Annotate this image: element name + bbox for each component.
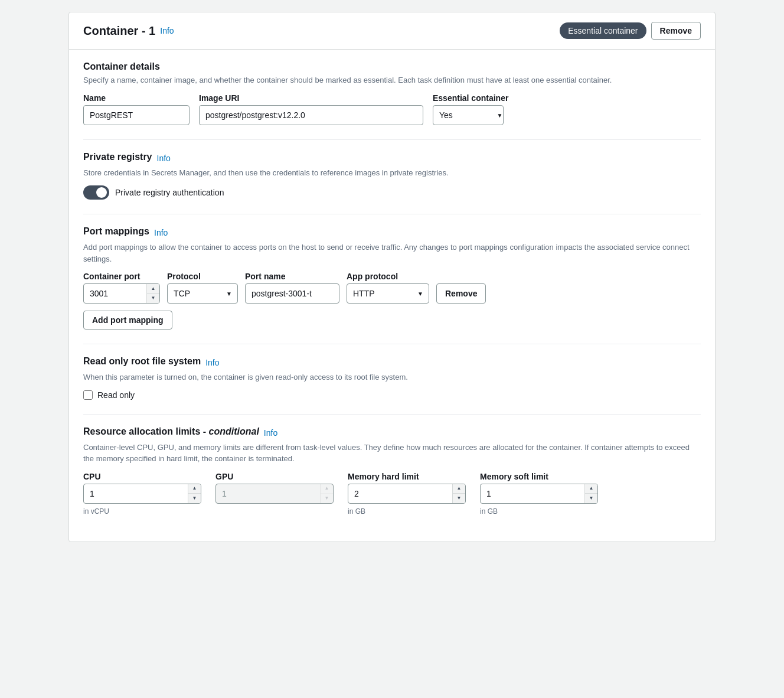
container-details-desc: Specify a name, container image, and whe… — [83, 74, 701, 86]
private-registry-section: Private registry Info Store credentials … — [83, 152, 701, 200]
image-uri-field: Image URI — [199, 93, 423, 125]
resource-allocation-title-row: Resource allocation limits - conditional… — [83, 426, 701, 439]
cpu-field: CPU ▲ ▼ in vCPU — [83, 472, 201, 516]
header-right: Essential container Remove — [560, 22, 701, 40]
gpu-input — [215, 484, 334, 504]
add-port-mapping-button[interactable]: Add port mapping — [83, 311, 172, 330]
name-input[interactable] — [83, 105, 190, 125]
divider-3 — [83, 344, 701, 344]
memory-soft-spinner-btns: ▲ ▼ — [584, 484, 597, 503]
cpu-spinner-btns: ▲ ▼ — [188, 484, 201, 503]
container-details-title: Container details — [83, 61, 701, 72]
protocol-field: Protocol TCP UDP ▼ — [167, 272, 238, 304]
protocol-label: Protocol — [167, 272, 238, 281]
port-mappings-desc: Add port mappings to allow the container… — [83, 242, 701, 265]
private-registry-toggle-row: Private registry authentication — [83, 185, 701, 200]
essential-container-field: Essential container Yes No ▼ — [433, 93, 508, 125]
private-registry-title-row: Private registry Info — [83, 152, 701, 165]
remove-button[interactable]: Remove — [651, 22, 701, 40]
read-only-section: Read only root file system Info When thi… — [83, 356, 701, 400]
protocol-select-wrapper: TCP UDP ▼ — [167, 283, 238, 304]
cpu-down-btn[interactable]: ▼ — [188, 494, 201, 503]
read-only-title: Read only root file system — [83, 356, 201, 367]
essential-select[interactable]: Yes No — [433, 105, 504, 125]
container-port-spinner-btns: ▲ ▼ — [146, 284, 159, 303]
essential-container-badge: Essential container — [560, 22, 646, 39]
container-details-form-row: Name Image URI Essential container Yes N… — [83, 93, 701, 125]
container-port-spinner: ▲ ▼ — [83, 283, 160, 304]
divider-2 — [83, 214, 701, 214]
divider-1 — [83, 139, 701, 140]
port-name-label: Port name — [245, 272, 339, 281]
app-protocol-select-wrapper: HTTP HTTP2 GRPC ▼ — [347, 283, 429, 304]
memory-hard-field: Memory hard limit ▲ ▼ in GB — [348, 472, 466, 516]
container-details-section: Container details Specify a name, contai… — [83, 61, 701, 125]
essential-select-wrapper: Yes No ▼ — [433, 105, 508, 125]
resource-title-italic: conditional — [209, 426, 259, 436]
memory-hard-unit-label: in GB — [348, 507, 466, 516]
container-title: Container - 1 — [83, 24, 155, 38]
read-only-title-row: Read only root file system Info — [83, 356, 701, 369]
read-only-checkbox-row: Read only — [83, 390, 701, 400]
resource-allocation-row: CPU ▲ ▼ in vCPU GPU — [83, 472, 701, 516]
memory-soft-field: Memory soft limit ▲ ▼ in GB — [480, 472, 598, 516]
memory-soft-unit-label: in GB — [480, 507, 598, 516]
private-registry-title: Private registry — [83, 152, 152, 162]
read-only-desc: When this parameter is turned on, the co… — [83, 371, 701, 383]
container-port-down-btn[interactable]: ▼ — [147, 294, 159, 304]
memory-hard-spinner: ▲ ▼ — [348, 484, 466, 504]
cpu-up-btn[interactable]: ▲ — [188, 484, 201, 494]
name-label: Name — [83, 93, 190, 103]
memory-hard-input[interactable] — [348, 484, 466, 504]
cpu-unit-label: in vCPU — [83, 507, 201, 516]
header-left: Container - 1 Info — [83, 24, 174, 38]
private-registry-toggle[interactable] — [83, 185, 109, 200]
port-name-field: Port name — [245, 272, 339, 304]
port-mappings-section: Port mappings Info Add port mappings to … — [83, 226, 701, 330]
port-mappings-title-row: Port mappings Info — [83, 226, 701, 239]
memory-soft-spinner: ▲ ▼ — [480, 484, 598, 504]
memory-soft-down-btn[interactable]: ▼ — [585, 494, 597, 503]
protocol-select[interactable]: TCP UDP — [167, 283, 238, 304]
port-mapping-remove-button[interactable]: Remove — [436, 283, 486, 304]
gpu-spinner: ▲ ▼ — [215, 484, 334, 504]
resource-allocation-section: Resource allocation limits - conditional… — [83, 426, 701, 516]
resource-title-main: Resource allocation limits - — [83, 426, 206, 436]
memory-soft-label: Memory soft limit — [480, 472, 598, 481]
card-header: Container - 1 Info Essential container R… — [69, 12, 715, 50]
memory-soft-input[interactable] — [480, 484, 598, 504]
app-protocol-select[interactable]: HTTP HTTP2 GRPC — [347, 283, 429, 304]
container-port-label: Container port — [83, 272, 160, 281]
image-uri-label: Image URI — [199, 93, 423, 103]
essential-container-label: Essential container — [433, 93, 508, 103]
cpu-input[interactable] — [83, 484, 201, 504]
read-only-label: Read only — [97, 390, 135, 400]
resource-allocation-info-link[interactable]: Info — [264, 428, 277, 438]
memory-hard-up-btn[interactable]: ▲ — [453, 484, 465, 494]
divider-4 — [83, 414, 701, 415]
memory-hard-spinner-btns: ▲ ▼ — [452, 484, 465, 503]
name-field: Name — [83, 93, 190, 125]
port-mappings-title: Port mappings — [83, 226, 149, 237]
memory-hard-label: Memory hard limit — [348, 472, 466, 481]
resource-allocation-title: Resource allocation limits - conditional — [83, 426, 259, 437]
read-only-checkbox[interactable] — [83, 390, 93, 400]
app-protocol-field: App protocol HTTP HTTP2 GRPC ▼ — [347, 272, 429, 304]
gpu-field: GPU ▲ ▼ — [215, 472, 334, 504]
read-only-info-link[interactable]: Info — [205, 358, 219, 367]
gpu-down-btn: ▼ — [321, 494, 333, 503]
private-registry-toggle-label: Private registry authentication — [115, 188, 224, 197]
memory-hard-down-btn[interactable]: ▼ — [453, 494, 465, 503]
resource-allocation-desc: Container-level CPU, GPU, and memory lim… — [83, 442, 701, 465]
container-port-up-btn[interactable]: ▲ — [147, 284, 159, 294]
header-info-link[interactable]: Info — [160, 26, 174, 35]
image-uri-input[interactable] — [199, 105, 423, 125]
port-mappings-info-link[interactable]: Info — [154, 228, 168, 237]
private-registry-info-link[interactable]: Info — [157, 154, 171, 163]
cpu-label: CPU — [83, 472, 201, 481]
cpu-spinner: ▲ ▼ — [83, 484, 201, 504]
port-mapping-row: Container port ▲ ▼ Protocol — [83, 272, 701, 304]
port-name-input[interactable] — [245, 283, 339, 304]
memory-soft-up-btn[interactable]: ▲ — [585, 484, 597, 494]
toggle-track — [83, 185, 109, 200]
